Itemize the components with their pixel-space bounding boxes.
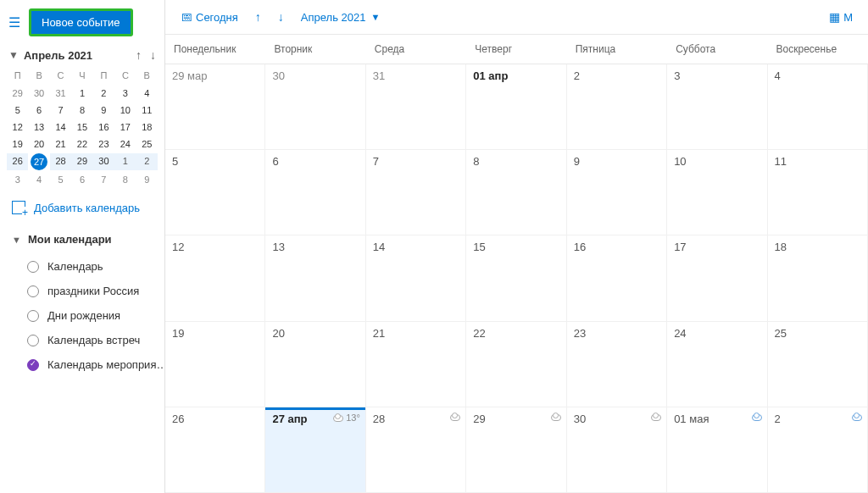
today-button[interactable]: 📅︎ Сегодня bbox=[174, 7, 245, 27]
mini-day[interactable]: 14 bbox=[50, 119, 71, 135]
day-cell[interactable]: 7 bbox=[366, 150, 466, 235]
day-cell[interactable]: 5 bbox=[165, 150, 265, 235]
mini-day[interactable]: 5 bbox=[7, 102, 28, 118]
my-calendars-header[interactable]: ▼ Мои календари bbox=[0, 226, 164, 252]
mini-day[interactable]: 5 bbox=[50, 172, 71, 187]
mini-day[interactable]: 11 bbox=[136, 102, 158, 118]
day-cell[interactable]: 10 bbox=[667, 150, 767, 235]
mini-day[interactable]: 29 bbox=[7, 86, 28, 101]
day-cell[interactable]: 8 bbox=[466, 150, 566, 235]
mini-day[interactable]: 9 bbox=[93, 102, 114, 118]
mini-day[interactable]: 25 bbox=[136, 136, 158, 152]
calendar-item[interactable]: праздники Россия bbox=[0, 279, 164, 303]
mini-day[interactable]: 21 bbox=[50, 136, 71, 152]
mini-day[interactable]: 23 bbox=[93, 136, 114, 152]
day-cell[interactable]: 21 bbox=[366, 322, 466, 407]
mini-day[interactable]: 8 bbox=[71, 102, 92, 118]
mini-day[interactable]: 15 bbox=[71, 119, 92, 135]
mini-day[interactable]: 4 bbox=[28, 172, 49, 187]
day-cell[interactable]: 4 bbox=[768, 64, 868, 150]
prev-month-button[interactable]: ↑ bbox=[248, 7, 268, 27]
day-cell[interactable]: 28 bbox=[366, 407, 466, 493]
mini-day[interactable]: 30 bbox=[93, 153, 114, 170]
day-cell[interactable]: 9 bbox=[567, 150, 667, 235]
day-cell[interactable]: 14 bbox=[366, 235, 466, 321]
day-cell[interactable]: 3 bbox=[667, 64, 767, 150]
mini-day[interactable]: 20 bbox=[28, 136, 49, 152]
weekday-label: Воскресенье bbox=[768, 35, 868, 64]
hamburger-icon[interactable]: ☰ bbox=[5, 13, 24, 32]
mini-day[interactable]: 7 bbox=[93, 172, 114, 187]
next-month-button[interactable]: ↓ bbox=[271, 7, 291, 27]
mini-day[interactable]: 19 bbox=[7, 136, 28, 152]
mini-day[interactable]: 16 bbox=[93, 119, 114, 135]
mini-day[interactable]: 28 bbox=[50, 153, 71, 170]
mini-day[interactable]: 10 bbox=[114, 102, 136, 118]
view-switch-month[interactable]: ▦ М bbox=[822, 7, 860, 27]
day-cell[interactable]: 16 bbox=[567, 235, 667, 321]
day-cell[interactable]: 17 bbox=[667, 235, 767, 321]
calendar-item[interactable]: Календарь мероприя… bbox=[0, 352, 164, 377]
day-cell[interactable]: 30 bbox=[265, 64, 365, 150]
day-cell[interactable]: 19 bbox=[165, 322, 265, 407]
chevron-down-icon[interactable]: ▼ bbox=[8, 49, 19, 61]
mini-day[interactable]: 22 bbox=[71, 136, 92, 152]
mini-day[interactable]: 6 bbox=[71, 172, 92, 187]
calendar-color-circle[interactable] bbox=[27, 359, 39, 371]
mini-day[interactable]: 3 bbox=[7, 172, 28, 187]
calendar-item[interactable]: Дни рождения bbox=[0, 303, 164, 328]
calendar-color-circle[interactable] bbox=[27, 285, 39, 297]
mini-day[interactable]: 3 bbox=[114, 86, 136, 101]
mini-day[interactable]: 1 bbox=[114, 153, 136, 170]
calendar-item[interactable]: Календарь bbox=[0, 254, 164, 279]
day-cell[interactable]: 24 bbox=[667, 322, 767, 407]
mini-day[interactable]: 31 bbox=[50, 86, 71, 101]
day-cell[interactable]: 29 мар bbox=[165, 64, 265, 150]
calendar-item[interactable]: Календарь встреч bbox=[0, 328, 164, 352]
day-cell[interactable]: 15 bbox=[466, 235, 566, 321]
day-cell[interactable]: 26 bbox=[165, 407, 265, 493]
day-cell[interactable]: 30 bbox=[567, 407, 667, 493]
mini-day[interactable]: 29 bbox=[71, 153, 92, 170]
mini-day[interactable]: 7 bbox=[50, 102, 71, 118]
calendar-color-circle[interactable] bbox=[27, 261, 39, 273]
day-cell[interactable]: 6 bbox=[265, 150, 365, 235]
day-cell[interactable]: 22 bbox=[466, 322, 566, 407]
mini-day[interactable]: 4 bbox=[136, 86, 158, 101]
mini-day[interactable]: 6 bbox=[28, 102, 49, 118]
mini-day[interactable]: 13 bbox=[28, 119, 49, 135]
calendar-color-circle[interactable] bbox=[27, 310, 39, 322]
day-cell[interactable]: 2 bbox=[768, 407, 868, 493]
day-cell[interactable]: 13 bbox=[265, 235, 365, 321]
day-cell[interactable]: 23 bbox=[567, 322, 667, 407]
day-cell[interactable]: 20 bbox=[265, 322, 365, 407]
day-cell[interactable]: 2 bbox=[567, 64, 667, 150]
mini-day[interactable]: 2 bbox=[93, 86, 114, 101]
mini-day[interactable]: 1 bbox=[71, 86, 92, 101]
mini-day[interactable]: 2 bbox=[136, 153, 158, 170]
mini-day[interactable]: 24 bbox=[114, 136, 136, 152]
day-cell[interactable]: 25 bbox=[768, 322, 868, 407]
mini-day[interactable]: 9 bbox=[136, 172, 158, 187]
mini-day[interactable]: 17 bbox=[114, 119, 136, 135]
calendar-color-circle[interactable] bbox=[27, 335, 39, 346]
mini-day[interactable]: 27 bbox=[31, 153, 47, 170]
day-cell[interactable]: 12 bbox=[165, 235, 265, 321]
day-cell[interactable]: 31 bbox=[366, 64, 466, 150]
mini-next-icon[interactable]: ↓ bbox=[150, 48, 156, 62]
day-cell[interactable]: 11 bbox=[768, 150, 868, 235]
mini-day[interactable]: 12 bbox=[7, 119, 28, 135]
mini-day[interactable]: 30 bbox=[28, 86, 49, 101]
new-event-button[interactable]: Новое событие bbox=[31, 11, 131, 34]
add-calendar-button[interactable]: Добавить календарь bbox=[0, 189, 164, 226]
mini-day[interactable]: 8 bbox=[114, 172, 136, 187]
day-cell[interactable]: 01 апр bbox=[466, 64, 566, 150]
mini-day[interactable]: 26 bbox=[7, 153, 28, 170]
day-cell[interactable]: 29 bbox=[466, 407, 566, 493]
day-cell[interactable]: 27 апр13° bbox=[265, 407, 365, 493]
day-cell[interactable]: 01 мая bbox=[667, 407, 767, 493]
mini-day[interactable]: 18 bbox=[136, 119, 158, 135]
mini-prev-icon[interactable]: ↑ bbox=[136, 48, 142, 62]
month-picker[interactable]: Апрель 2021 ▼ bbox=[294, 8, 387, 27]
day-cell[interactable]: 18 bbox=[768, 235, 868, 321]
